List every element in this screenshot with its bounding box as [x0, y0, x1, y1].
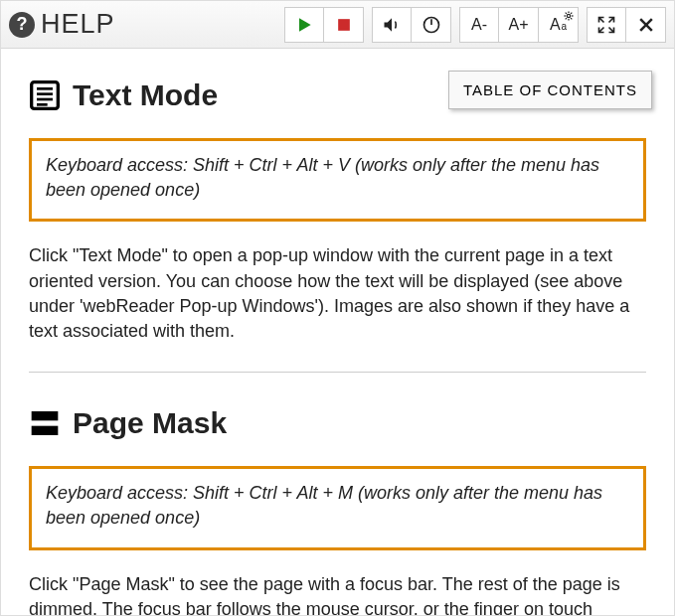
expand-button[interactable]	[587, 7, 626, 43]
text-mode-icon	[29, 79, 61, 111]
stop-button[interactable]	[324, 7, 364, 43]
help-icon: ?	[9, 12, 35, 38]
gear-icon	[564, 11, 574, 21]
font-increase-label: A+	[508, 16, 528, 34]
table-of-contents-button[interactable]: TABLE OF CONTENTS	[448, 71, 652, 109]
volume-icon	[382, 15, 402, 35]
page-mask-icon	[29, 407, 61, 439]
expand-icon	[596, 15, 616, 35]
close-button[interactable]	[626, 7, 666, 43]
text-settings-label-main: A	[550, 16, 561, 34]
section-title-text-mode: Text Mode	[73, 75, 218, 116]
section-divider	[29, 372, 646, 373]
text-settings-label-sub: a	[562, 21, 568, 32]
help-window: ? HELP	[0, 0, 675, 616]
toolbar: A- A+ Aa	[276, 7, 666, 43]
play-icon	[294, 15, 314, 35]
stop-icon	[334, 15, 354, 35]
keyboard-access-page-mask: Keyboard access: Shift + Ctrl + Alt + M …	[29, 466, 646, 549]
font-decrease-label: A-	[471, 16, 487, 34]
text-settings-button[interactable]: Aa	[539, 7, 579, 43]
window-title: HELP	[41, 9, 115, 40]
svg-rect-19	[32, 411, 59, 420]
volume-button[interactable]	[372, 7, 412, 43]
body-page-mask: Click "Page Mask" to see the page with a…	[29, 572, 646, 616]
titlebar: ? HELP	[1, 1, 674, 49]
section-title-page-mask: Page Mask	[73, 402, 227, 444]
titlebar-left: ? HELP	[9, 9, 115, 40]
svg-point-3	[567, 14, 570, 17]
body-text-mode: Click "Text Mode" to open a pop-up windo…	[29, 243, 646, 344]
svg-line-9	[571, 18, 572, 19]
svg-line-10	[566, 18, 567, 19]
svg-rect-20	[32, 426, 59, 435]
section-heading-page-mask: Page Mask	[29, 402, 646, 444]
help-content: TABLE OF CONTENTS Text Mode Keyboard acc…	[1, 49, 674, 615]
svg-line-8	[566, 12, 567, 13]
svg-rect-0	[338, 19, 350, 31]
speed-dial-icon	[422, 15, 441, 35]
font-increase-button[interactable]: A+	[499, 7, 539, 43]
speed-button[interactable]	[412, 7, 451, 43]
keyboard-access-text-mode: Keyboard access: Shift + Ctrl + Alt + V …	[29, 138, 646, 222]
svg-line-11	[571, 12, 572, 13]
font-decrease-button[interactable]: A-	[459, 7, 499, 43]
close-icon	[636, 15, 656, 35]
play-button[interactable]	[284, 7, 324, 43]
